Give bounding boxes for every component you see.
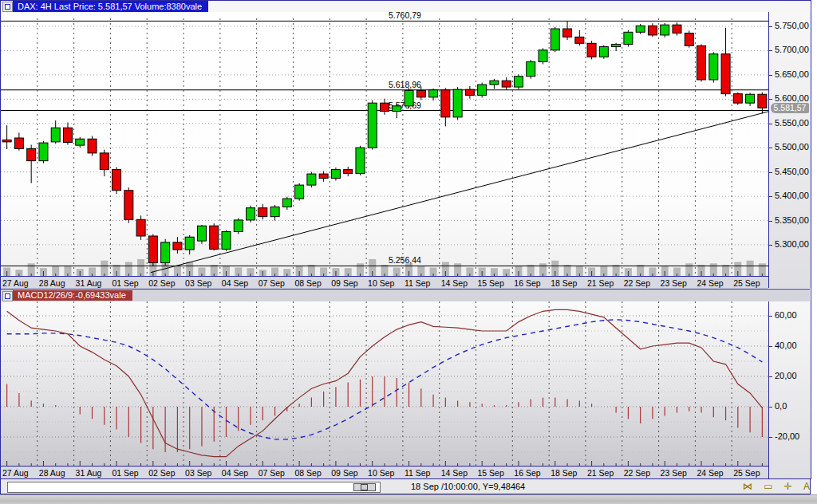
candle-up <box>539 50 547 62</box>
chart-window-icon[interactable] <box>2 2 13 12</box>
candle-up <box>453 89 462 117</box>
axis-tick-label: 5.750,00 <box>775 21 809 30</box>
price-level-label: 5.256,44 <box>389 255 421 265</box>
date-label: 14 Sep <box>441 468 468 478</box>
scrollbar-thumb[interactable] <box>353 483 376 491</box>
axis-tick-label: 0,0 <box>775 401 787 411</box>
date-label: 11 Sep <box>405 468 431 478</box>
candle-down <box>587 43 596 57</box>
candle-down <box>502 81 511 87</box>
candle-down <box>100 153 109 170</box>
axis-tick-mark <box>769 346 772 347</box>
macd-title[interactable]: MACD12/26/9:-0,69433vale <box>13 290 132 301</box>
axis-tick-mark <box>769 50 772 51</box>
candle-down <box>88 139 97 153</box>
main-chart-title[interactable]: DAX: 4H Last Price: 5.581,57 Volume:8380… <box>13 1 208 12</box>
date-label: 22 Sep <box>624 278 650 288</box>
scrollbar-grip-icon <box>361 484 368 490</box>
candle-down <box>381 103 389 111</box>
candle-down <box>136 219 145 236</box>
candle-up <box>247 208 255 220</box>
candle-up <box>197 226 206 241</box>
date-label: 04 Sep <box>222 278 248 288</box>
axis-tick-mark <box>769 196 772 197</box>
date-label: 07 Sep <box>259 278 285 288</box>
indicator-panel-icon[interactable] <box>2 291 13 301</box>
axis-tick-mark <box>769 437 772 438</box>
trading-app-window: DAX: 4H Last Price: 5.581,57 Volume:8380… <box>0 0 817 504</box>
date-label: 28 Aug <box>39 468 65 478</box>
candle-down <box>441 90 450 117</box>
macd-value-axis: 60,0040,0020,000,0-20,00 <box>768 301 811 478</box>
letter-a-icon[interactable]: A <box>803 481 810 492</box>
candle-up <box>270 207 279 216</box>
axis-tick-mark <box>769 172 772 173</box>
axis-tick-label: -20,00 <box>775 431 799 441</box>
date-label: 27 Aug <box>2 468 29 478</box>
date-label: 10 Sep <box>368 468 394 478</box>
candle-down <box>27 148 36 160</box>
date-label: 04 Sep <box>222 468 248 478</box>
candle-up <box>393 106 401 112</box>
status-bar: 18 Sep /10:00:00, Y=9,48464 ⋈▭✛A <box>0 479 811 494</box>
date-label: 16 Sep <box>514 468 540 478</box>
candle-down <box>733 94 742 104</box>
date-label: 08 Sep <box>294 468 321 478</box>
candle-down <box>63 128 72 142</box>
axis-tick-mark <box>769 124 772 124</box>
trendline <box>151 108 768 273</box>
axis-tick-label: 5.650,00 <box>775 69 809 79</box>
candle-up <box>551 29 559 50</box>
date-label: 27 Aug <box>2 278 29 288</box>
axis-tick-label: 5.350,00 <box>775 215 809 225</box>
date-label: 15 Sep <box>478 278 504 288</box>
candle-up <box>295 185 304 199</box>
cross-icon[interactable]: ✛ <box>784 481 792 492</box>
date-label: 16 Sep <box>514 278 540 288</box>
date-label: 07 Sep <box>259 468 285 478</box>
date-label: 24 Sep <box>697 468 723 478</box>
horizontal-scrollbar[interactable] <box>7 482 381 493</box>
cursor-position-readout: 18 Sep /10:00:00, Y=9,48464 <box>411 482 525 491</box>
candle-up <box>612 45 621 47</box>
candle-up <box>478 85 487 95</box>
date-label: 01 Sep <box>112 278 138 288</box>
bowtie-icon[interactable]: ⋈ <box>743 481 752 492</box>
candle-up <box>161 242 170 263</box>
candle-down <box>648 26 657 35</box>
axis-tick-mark <box>769 221 772 222</box>
date-label: 18 Sep <box>551 468 577 478</box>
candle-up <box>514 77 523 87</box>
candle-down <box>124 191 133 220</box>
candle-up <box>709 54 718 80</box>
axis-tick-mark <box>769 316 772 317</box>
axis-tick-label: 40,00 <box>775 341 797 350</box>
main-price-axis: 5.750,005.700,005.650,005.600,005.550,00… <box>768 12 811 288</box>
candle-up <box>746 94 755 103</box>
main-title-bar: DAX: 4H Last Price: 5.581,57 Volume:8380… <box>1 1 810 12</box>
date-label: 08 Sep <box>294 278 321 288</box>
candle-down <box>14 138 23 148</box>
date-label: 10 Sep <box>368 278 394 288</box>
candle-down <box>416 90 425 97</box>
axis-tick-label: 5.600,00 <box>775 93 809 103</box>
candle-down <box>173 242 182 250</box>
axis-tick-label: 60,00 <box>775 310 797 320</box>
date-label: 25 Sep <box>733 468 760 478</box>
candle-up <box>39 143 48 161</box>
candle-down <box>210 226 219 249</box>
rectangle-icon[interactable]: ▭ <box>764 481 772 492</box>
date-label: 28 Aug <box>39 278 65 288</box>
candle-up <box>636 26 645 32</box>
candle-up <box>76 139 85 145</box>
macd-date-axis: 27 Aug28 Aug31 Aug01 Sep02 Sep03 Sep04 S… <box>1 466 768 479</box>
candle-down <box>758 94 767 108</box>
candlestick-chart[interactable]: 5.760,795.618,965.576,695.256,44 <box>1 12 768 276</box>
candle-up <box>222 232 231 250</box>
candle-up <box>490 81 499 85</box>
main-date-axis: 27 Aug28 Aug31 Aug01 Sep02 Sep03 Sep04 S… <box>1 276 768 289</box>
macd-chart[interactable] <box>1 301 768 466</box>
candle-down <box>148 236 157 262</box>
date-label: 02 Sep <box>148 278 175 288</box>
price-level-label: 5.618,96 <box>389 80 421 89</box>
